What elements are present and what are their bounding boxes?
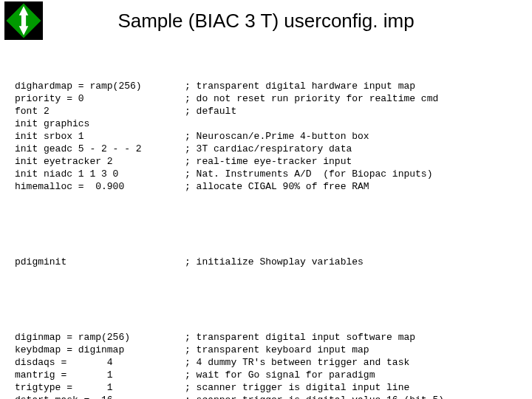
code-line: priority = 0; do not reset run priority … (15, 92, 517, 105)
code-line: diginmap = ramp(256); transparent digita… (15, 331, 517, 344)
code-statement: init eyetracker 2 (15, 155, 185, 168)
code-comment: ; wait for Go signal for paradigm (185, 369, 375, 381)
code-statement: init niadc 1 1 3 0 (15, 168, 185, 180)
code-comment: ; scanner trigger is digital input line (185, 382, 409, 393)
blank-line (15, 218, 517, 231)
config-code-block: dighardmap = ramp(256); transparent digi… (15, 55, 517, 399)
code-statement: init srbox 1 (15, 130, 185, 143)
code-statement: priority = 0 (15, 92, 185, 105)
code-statement: pdigminit (15, 256, 185, 268)
code-statement: trigtype = 1 (15, 381, 185, 394)
code-line: disdaqs = 4; 4 dummy TR's between trigge… (15, 356, 517, 369)
code-comment: ; transparent digital input software map (185, 332, 415, 343)
code-comment: ; initialize Showplay variables (185, 256, 364, 267)
code-comment: ; transparent digital hardware input map (185, 81, 415, 92)
code-comment: ; Nat. Instruments A/D (for Biopac input… (185, 168, 432, 180)
code-line: trigtype = 1; scanner trigger is digital… (15, 381, 517, 394)
code-statement: font 2 (15, 105, 185, 117)
code-statement: himemalloc = 0.900 (15, 180, 185, 193)
logo-wrap (0, 0, 47, 41)
code-line: pdigminit; initialize Showplay variables (15, 256, 517, 268)
code-line: init niadc 1 1 3 0; Nat. Instruments A/D… (15, 168, 517, 180)
code-comment: ; Neuroscan/e.Prime 4-button box (185, 131, 369, 142)
code-line: keybdmap = diginmap; transparent keyboar… (15, 344, 517, 356)
green-diamond-logo-icon (4, 1, 43, 40)
code-statement: dighardmap = ramp(256) (15, 80, 185, 92)
code-section-3: diginmap = ramp(256); transparent digita… (15, 331, 517, 399)
code-statement: init graphics (15, 117, 185, 130)
code-comment: ; 3T cardiac/respiratory data (185, 143, 352, 154)
svg-rect-4 (21, 15, 26, 27)
code-comment: ; 4 dummy TR's between trigger and task (185, 357, 409, 368)
code-statement: disdaqs = 4 (15, 356, 185, 369)
code-comment: ; real-time eye-tracker input (185, 156, 352, 167)
code-line: himemalloc = 0.900; allocate CIGAL 90% o… (15, 180, 517, 193)
code-comment: ; allocate CIGAL 90% of free RAM (185, 181, 369, 192)
code-comment: ; do not reset run priority for realtime… (185, 93, 438, 104)
blank-line (15, 293, 517, 306)
code-comment: ; transparent keyboard input map (185, 344, 369, 355)
code-statement: dstart_mask = 16 (15, 394, 185, 399)
code-line: init graphics (15, 117, 517, 130)
code-statement: mantrig = 1 (15, 369, 185, 381)
code-statement: init geadc 5 - 2 - - 2 (15, 143, 185, 155)
code-line: dighardmap = ramp(256); transparent digi… (15, 80, 517, 92)
code-line: dstart_mask = 16; scanner trigger is dig… (15, 394, 517, 399)
code-statement: keybdmap = diginmap (15, 344, 185, 356)
code-section-1: dighardmap = ramp(256); transparent digi… (15, 80, 517, 193)
slide-title: Sample (BIAC 3 T) userconfig. imp (47, 10, 532, 33)
code-line: mantrig = 1; wait for Go signal for para… (15, 369, 517, 381)
slide-header: Sample (BIAC 3 T) userconfig. imp (0, 0, 532, 41)
code-line: init eyetracker 2; real-time eye-tracker… (15, 155, 517, 168)
code-section-2: pdigminit; initialize Showplay variables (15, 256, 517, 268)
code-line: init srbox 1; Neuroscan/e.Prime 4-button… (15, 130, 517, 143)
code-comment: ; default (185, 106, 236, 117)
code-comment: ; scanner trigger is digital value 16 (b… (185, 395, 444, 399)
code-line: init geadc 5 - 2 - - 2; 3T cardiac/respi… (15, 143, 517, 155)
code-statement: diginmap = ramp(256) (15, 331, 185, 344)
code-line: font 2; default (15, 105, 517, 117)
